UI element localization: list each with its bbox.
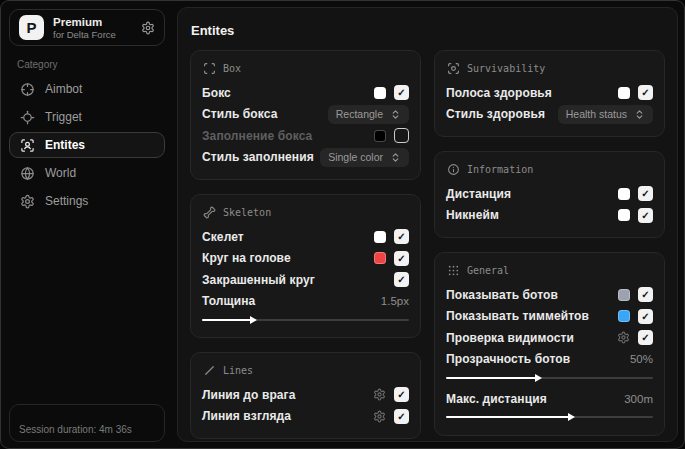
sidebar: P Premium for Delta Force Category Aimbo…	[1, 1, 173, 448]
gear-icon[interactable]	[373, 410, 386, 423]
checkbox[interactable]: ✓	[394, 387, 409, 402]
main-panel: Entites Box Бокс ✓	[177, 7, 678, 442]
panel-survivability: Survivability Полоса здоровья ✓ Стиль зд…	[434, 50, 665, 137]
setting-label: Заполнение бокса	[202, 129, 312, 143]
panel-header-label: Lines	[223, 365, 253, 376]
gear-icon[interactable]	[373, 388, 386, 401]
panel-lines: Lines Линия до врага ✓ Линия взгляда	[190, 352, 421, 439]
sidebar-nav: Aimbot Trigget Entites World Settings	[9, 76, 165, 214]
chevrons-up-down-icon	[634, 109, 645, 120]
slider-thumb[interactable]	[250, 316, 257, 324]
color-swatch[interactable]	[618, 188, 630, 200]
sidebar-item-trigget[interactable]: Trigget	[9, 104, 165, 130]
sidebar-item-entites[interactable]: Entites	[9, 132, 165, 158]
health-style-dropdown[interactable]: Health status	[558, 105, 653, 124]
checkbox[interactable]: ✓	[394, 229, 409, 244]
panel-header: Lines	[203, 364, 409, 377]
dropdown-value: Rectangle	[336, 108, 383, 120]
setting-label: Показывать ботов	[446, 288, 558, 302]
checkbox[interactable]: ✓	[638, 208, 653, 223]
color-swatch[interactable]	[618, 209, 630, 221]
slider-value: 1.5px	[381, 295, 409, 307]
setting-label: Линия взгляда	[202, 409, 291, 423]
checkbox[interactable]	[394, 128, 409, 143]
color-swatch[interactable]	[374, 231, 386, 243]
chevrons-up-down-icon	[390, 152, 401, 163]
gear-icon[interactable]	[617, 331, 630, 344]
panel-header: General	[447, 264, 653, 277]
checkbox[interactable]: ✓	[638, 330, 653, 345]
sidebar-item-world[interactable]: World	[9, 160, 165, 186]
box-style-dropdown[interactable]: Rectangle	[328, 105, 409, 124]
color-swatch[interactable]	[374, 130, 386, 142]
panel-header: Skeleton	[203, 206, 409, 219]
setting-row-head-circle: Круг на голове ✓	[202, 248, 409, 270]
setting-label: Толщина	[202, 294, 255, 308]
thickness-slider[interactable]	[202, 315, 409, 324]
setting-row-thickness: Толщина 1.5px	[202, 291, 409, 313]
setting-label: Стиль бокса	[202, 107, 277, 121]
max-distance-slider[interactable]	[446, 413, 653, 422]
setting-label: Дистанция	[446, 187, 511, 201]
color-swatch[interactable]	[618, 87, 630, 99]
brand-title: Premium	[53, 16, 116, 29]
setting-label: Показывать тиммейтов	[446, 309, 589, 323]
setting-row-show-bots: Показывать ботов ✓	[446, 284, 653, 306]
dropdown-value: Single color	[328, 151, 383, 163]
color-swatch[interactable]	[374, 252, 386, 264]
setting-label: Бокс	[202, 86, 231, 100]
bot-opacity-slider[interactable]	[446, 373, 653, 382]
sidebar-item-label: Entites	[45, 138, 85, 152]
setting-row-distance: Дистанция ✓	[446, 183, 653, 205]
panel-header: Box	[203, 62, 409, 75]
panel-header: Information	[447, 163, 653, 176]
panel-header-label: Survivability	[467, 63, 545, 74]
color-swatch[interactable]	[618, 310, 630, 322]
setting-label: Прозрачность ботов	[446, 352, 570, 366]
checkbox[interactable]: ✓	[638, 309, 653, 324]
gear-icon[interactable]	[141, 21, 155, 35]
sidebar-item-label: Aimbot	[45, 82, 82, 96]
slider-thumb[interactable]	[568, 413, 575, 421]
bone-icon	[203, 206, 216, 219]
slider-thumb[interactable]	[535, 374, 542, 382]
setting-label: Проверка видимости	[446, 331, 574, 345]
panel-skeleton: Skeleton Скелет ✓ Круг на голове ✓	[190, 194, 421, 338]
slider-value: 300m	[624, 393, 653, 405]
globe-icon	[20, 166, 35, 181]
setting-label: Круг на голове	[202, 251, 291, 265]
crosshair-icon	[20, 82, 35, 97]
checkbox[interactable]: ✓	[394, 251, 409, 266]
info-icon	[447, 163, 460, 176]
color-swatch[interactable]	[618, 289, 630, 301]
sidebar-item-aimbot[interactable]: Aimbot	[9, 76, 165, 102]
checkbox[interactable]: ✓	[638, 186, 653, 201]
line-icon	[203, 364, 216, 377]
setting-row-enemy-line: Линия до врага ✓	[202, 384, 409, 406]
slider-fill	[446, 416, 570, 418]
person-scan-icon	[20, 138, 35, 153]
setting-label: Стиль заполнения	[202, 150, 314, 164]
scan-circle-icon	[447, 62, 460, 75]
panel-box: Box Бокс ✓ Стиль бокса Rectangle	[190, 50, 421, 180]
box-scan-icon	[203, 62, 216, 75]
sidebar-item-settings[interactable]: Settings	[9, 188, 165, 214]
slider-value: 50%	[630, 353, 653, 365]
setting-label: Стиль здоровья	[446, 107, 545, 121]
checkbox[interactable]: ✓	[638, 287, 653, 302]
setting-row-filled-circle: Закрашенный круг ✓	[202, 269, 409, 291]
setting-row-view-line: Линия взгляда ✓	[202, 406, 409, 428]
brand-logo: P	[19, 15, 44, 40]
checkbox[interactable]: ✓	[394, 272, 409, 287]
left-column: Box Бокс ✓ Стиль бокса Rectangle	[190, 50, 421, 439]
setting-row-nickname: Никнейм ✓	[446, 205, 653, 227]
fill-style-dropdown[interactable]: Single color	[320, 148, 409, 167]
checkbox[interactable]: ✓	[394, 85, 409, 100]
setting-label: Никнейм	[446, 208, 499, 222]
checkbox[interactable]: ✓	[638, 85, 653, 100]
color-swatch[interactable]	[374, 87, 386, 99]
session-card: Session duration: 4m 36s	[9, 404, 165, 442]
checkbox[interactable]: ✓	[394, 409, 409, 424]
setting-row-visibility-check: Проверка видимости ✓	[446, 327, 653, 349]
panel-header-label: Box	[223, 63, 241, 74]
